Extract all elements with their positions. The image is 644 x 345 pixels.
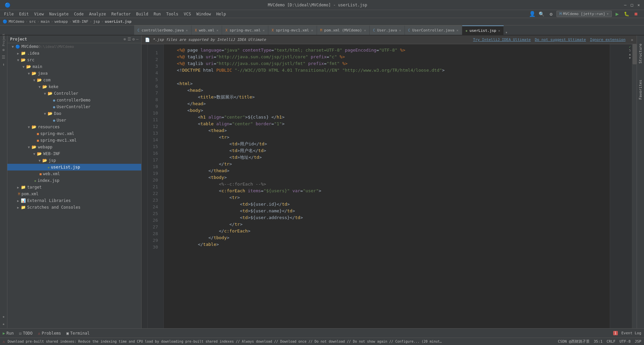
close-button[interactable]: ✕: [636, 2, 641, 8]
notification-try-ultimate[interactable]: Try IntelliJ IDEA Ultimate: [473, 38, 531, 42]
menu-view[interactable]: View: [32, 11, 47, 17]
window-controls[interactable]: — □ ✕: [623, 2, 641, 8]
tree-keke[interactable]: ▼ keke: [7, 83, 141, 90]
tab-usercontroller[interactable]: C UserController.java ✕: [405, 25, 462, 35]
app-menu[interactable]: 🔵: [3, 2, 12, 8]
sidebar-action-locate[interactable]: ⊕: [123, 37, 126, 42]
bc-src[interactable]: src: [29, 19, 36, 24]
tab-springmvc[interactable]: X spring-mvc.xml ✕: [222, 25, 268, 35]
tab-list-button[interactable]: ▾: [505, 30, 507, 35]
line-sep[interactable]: CRLF: [607, 339, 616, 344]
editor-scrollbar[interactable]: ✓ 5 ▲ ▼: [610, 44, 637, 328]
tree-java[interactable]: ▼ java: [7, 70, 141, 77]
structure-panel-label[interactable]: Structure: [638, 42, 643, 65]
run-config-select[interactable]: M MVCdemo [jetty:run] ▾: [556, 11, 612, 17]
sidebar-action-hide[interactable]: —: [136, 37, 139, 42]
left-icon-4[interactable]: ⬆: [1, 62, 7, 68]
sidebar-action-settings[interactable]: ⚙: [132, 37, 135, 42]
tree-springmvc1-file[interactable]: ■ spring-mvc1.xml: [7, 137, 141, 144]
profile-button[interactable]: 👤: [528, 10, 536, 18]
tree-user-file[interactable]: ● User: [7, 117, 141, 124]
tree-root-mvcdemo[interactable]: ▼ 🔵 MVCdemo D:\ideal\MVCdemo: [7, 43, 141, 50]
bc-file[interactable]: userList.jsp: [105, 19, 131, 24]
tree-target[interactable]: ▶ target: [7, 184, 141, 191]
tree-com[interactable]: ▼ com: [7, 77, 141, 83]
problems-tab[interactable]: ⚠ Problems: [38, 331, 61, 336]
tab-springmvc1[interactable]: X spring-mvc1.xml ✕: [268, 25, 317, 35]
search-button[interactable]: 🔍: [538, 10, 546, 18]
tree-webinf[interactable]: ▼ WEB-INF: [7, 150, 141, 157]
left-icon-2[interactable]: ⊕: [1, 47, 7, 53]
tree-webxml-file[interactable]: ■ web.xml: [7, 170, 141, 177]
tree-controllerdemo-file[interactable]: ● controllerDemo: [7, 97, 141, 104]
tab-pom[interactable]: M pom.xml (MVCdemo) ✕: [317, 25, 370, 35]
tab-close-pom[interactable]: ✕: [364, 28, 366, 32]
tab-close-springmvc1[interactable]: ✕: [311, 28, 313, 32]
tree-jsp-folder[interactable]: ▼ jsp: [7, 157, 141, 164]
bc-mvcdemo[interactable]: MVCdemo: [9, 19, 24, 24]
left-icon-3[interactable]: ☰: [1, 54, 7, 60]
favorites-panel-label[interactable]: Favorites: [638, 78, 643, 101]
menu-tools[interactable]: Tools: [164, 11, 181, 17]
tree-main[interactable]: ▼ main: [7, 63, 141, 70]
tree-usercontroller-file[interactable]: ● UserController: [7, 104, 141, 110]
menu-edit[interactable]: Edit: [16, 11, 32, 17]
tab-close-webxml[interactable]: ✕: [216, 28, 218, 32]
menu-build[interactable]: Build: [133, 11, 151, 17]
tree-resources[interactable]: ▼ resources: [7, 124, 141, 130]
left-icon-5[interactable]: ★: [1, 321, 7, 327]
tree-webapp[interactable]: ▼ webapp: [7, 144, 141, 150]
stop-button[interactable]: ⏹: [632, 10, 640, 18]
tree-index-file[interactable]: ◆ index.jsp: [7, 177, 141, 184]
tree-dao[interactable]: ▼ Dao: [7, 110, 141, 117]
cursor-pos[interactable]: 35:1: [594, 339, 603, 344]
bc-webinf[interactable]: WEB-INF: [73, 19, 88, 24]
bc-webapp[interactable]: webapp: [55, 19, 68, 24]
tab-close-controllerDemo[interactable]: ✕: [186, 28, 188, 32]
run-tab[interactable]: ▶ Run: [3, 331, 14, 336]
tab-close-springmvc[interactable]: ✕: [263, 28, 265, 32]
tree-idea[interactable]: ▶ .idea: [7, 50, 141, 57]
terminal-tab[interactable]: ▣ Terminal: [66, 331, 90, 336]
menu-file[interactable]: File: [1, 11, 16, 17]
tab-userlist-jsp[interactable]: ◆ userList.jsp ✕: [462, 25, 504, 35]
tab-close-usercontroller[interactable]: ✕: [457, 28, 459, 32]
settings-button[interactable]: ⚙: [547, 10, 555, 18]
tree-scratches[interactable]: ▶ Scratches and Consoles: [7, 204, 141, 211]
menu-analyze[interactable]: Analyze: [86, 11, 109, 17]
left-icon-1[interactable]: Project: [1, 37, 7, 43]
debug-button[interactable]: 🐛: [623, 10, 631, 18]
file-type[interactable]: JSP: [635, 339, 641, 344]
bookmark-icon[interactable]: ★: [1, 314, 7, 320]
menu-help[interactable]: Help: [214, 11, 229, 17]
minimize-button[interactable]: —: [623, 2, 628, 8]
menu-navigate[interactable]: Navigate: [47, 11, 71, 17]
tree-external-libs[interactable]: ▶ 📊 External Libraries: [7, 197, 141, 204]
scroll-thumb[interactable]: [633, 44, 637, 64]
menu-window[interactable]: Window: [194, 11, 213, 17]
tab-user-java[interactable]: C User.java ✕: [370, 25, 405, 35]
tree-pom-file[interactable]: M pom.xml: [7, 191, 141, 197]
menu-run[interactable]: Run: [151, 11, 164, 17]
tree-src[interactable]: ▼ src: [7, 57, 141, 63]
tree-controller[interactable]: ▼ Controller: [7, 90, 141, 97]
run-button[interactable]: ▶: [613, 10, 621, 18]
tab-close-user[interactable]: ✕: [399, 28, 401, 32]
bc-jsp[interactable]: jsp: [93, 19, 100, 24]
notification-close-icon[interactable]: ✕: [631, 38, 633, 42]
notification-ignore[interactable]: Ignore extension: [590, 38, 626, 42]
notification-no-suggest[interactable]: Do not suggest Ultimate: [535, 38, 586, 42]
tab-close-userlist[interactable]: ✕: [498, 29, 500, 32]
menu-code[interactable]: Code: [71, 11, 87, 17]
tab-controllerDemo[interactable]: C controllerDemo.java ✕: [134, 25, 192, 35]
bc-main[interactable]: main: [41, 19, 50, 24]
menu-refactor[interactable]: Refactor: [109, 11, 133, 17]
todo-tab[interactable]: ☑ TODO: [19, 331, 33, 336]
tree-springmvc-file[interactable]: ■ spring-mvc.xml: [7, 130, 141, 137]
code-content[interactable]: <%@ page language="java" contentType="te…: [164, 44, 610, 328]
encoding[interactable]: UTF-8: [620, 339, 631, 344]
menu-vcs[interactable]: VCS: [181, 11, 194, 17]
event-log-label[interactable]: 1 Event Log: [613, 331, 641, 335]
maximize-button[interactable]: □: [629, 2, 635, 8]
tab-webxml[interactable]: X web.xml ✕: [192, 25, 222, 35]
